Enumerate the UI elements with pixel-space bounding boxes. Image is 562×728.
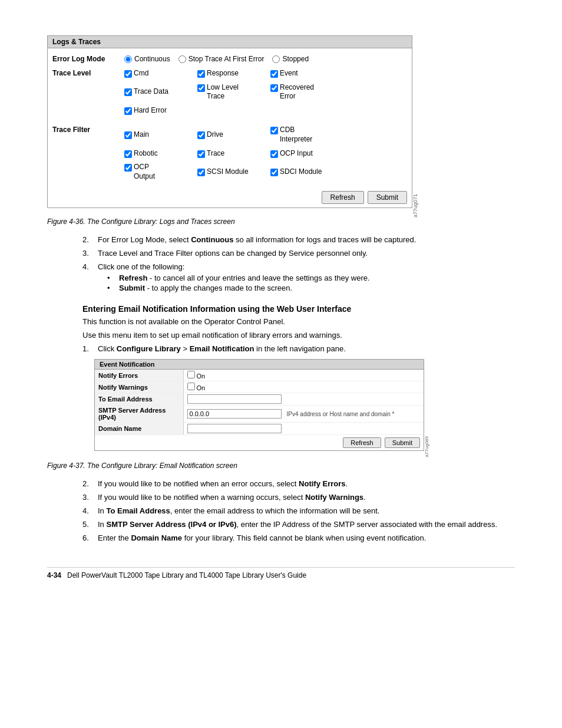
check-event-input[interactable] bbox=[270, 70, 278, 78]
check-trace-data[interactable]: Trace Data bbox=[124, 87, 189, 97]
notify-errors-on: On bbox=[197, 373, 206, 380]
step2-para3: If you would like to be notified when a … bbox=[98, 493, 503, 502]
notify-errors-checkbox[interactable] bbox=[187, 371, 195, 378]
domain-name-input[interactable] bbox=[187, 424, 282, 433]
notify-warnings-checkbox[interactable] bbox=[187, 383, 195, 390]
check-recovered-error-input[interactable] bbox=[270, 84, 278, 92]
trace-filter-label: Trace Filter bbox=[48, 124, 124, 134]
trace-level-row: Trace Level Cmd Response bbox=[48, 66, 412, 118]
panel-body: Error Log Mode Continuous Stop Trace At … bbox=[48, 48, 412, 187]
check-ocp-output-input[interactable] bbox=[124, 164, 132, 172]
check-drive-label: Drive bbox=[207, 130, 223, 140]
step1-num2: 2. bbox=[82, 235, 98, 245]
email-section: Entering Email Notification Information … bbox=[82, 304, 503, 354]
smtp-label: SMTP Server Address (IPv4) bbox=[95, 406, 183, 423]
check-scsi-module[interactable]: SCSI Module bbox=[197, 167, 262, 177]
email-section-heading: Entering Email Notification Information … bbox=[82, 304, 503, 314]
step2-content5: In SMTP Server Address (IPv4 or IPv6), e… bbox=[98, 520, 503, 530]
check-trace-input[interactable] bbox=[197, 150, 205, 158]
logs-traces-header: Logs & Traces bbox=[48, 36, 412, 48]
step2-item3: 3. If you would like to be notified when… bbox=[82, 493, 503, 503]
check-hard-error-input[interactable] bbox=[124, 107, 132, 115]
to-email-cell bbox=[183, 393, 424, 406]
bullet2: • bbox=[107, 284, 115, 292]
check-cdb-interpreter-label: CDBInterpreter bbox=[280, 126, 312, 144]
step2-content3: If you would like to be notified when a … bbox=[98, 493, 503, 503]
radio-stop-trace[interactable]: Stop Trace At First Error bbox=[178, 55, 265, 63]
check-ocp-output-label: OCPOutput bbox=[134, 163, 155, 181]
step1-item4: 4. Click one of the following: • Refresh… bbox=[82, 262, 503, 294]
check-trace-data-input[interactable] bbox=[124, 88, 132, 96]
step-email-para1: Click Configure Library > Email Notifica… bbox=[98, 344, 503, 353]
check-ocp-input[interactable]: OCP Input bbox=[270, 149, 335, 159]
check-robotic-input[interactable] bbox=[124, 150, 132, 158]
check-hard-error-label: Hard Error bbox=[134, 106, 167, 116]
check-cdb-interpreter-input[interactable] bbox=[270, 127, 278, 134]
check-sdci-module-input[interactable] bbox=[270, 169, 278, 176]
step1-item3: 3. Trace Level and Trace Filter options … bbox=[82, 249, 503, 259]
check-trace[interactable]: Trace bbox=[197, 149, 262, 159]
step2-content2: If you would like to be notified when an… bbox=[98, 479, 503, 489]
panel2-side-label: a77ug085 bbox=[424, 434, 429, 457]
sub-item-submit: • Submit - to apply the changes made to … bbox=[107, 284, 503, 292]
check-response-label: Response bbox=[207, 69, 239, 78]
panel2-submit-button[interactable]: Submit bbox=[385, 437, 420, 448]
check-ocp-output[interactable]: OCPOutput bbox=[124, 163, 189, 181]
check-low-level-trace[interactable]: Low LevelTrace bbox=[197, 83, 262, 101]
check-drive[interactable]: Drive bbox=[197, 130, 262, 140]
check-cmd[interactable]: Cmd bbox=[124, 69, 189, 78]
notify-errors-label: Notify Errors bbox=[95, 370, 183, 381]
check-main-input[interactable] bbox=[124, 131, 132, 139]
check-main[interactable]: Main bbox=[124, 130, 189, 140]
footer-text: Dell PowerVault TL2000 Tape Library and … bbox=[67, 571, 306, 579]
step2-item4: 4. In To Email Address, enter the email … bbox=[82, 506, 503, 516]
check-robotic-label: Robotic bbox=[134, 149, 158, 159]
check-sdci-module[interactable]: SDCI Module bbox=[270, 167, 335, 177]
trace-level-row1: Cmd Response Event bbox=[124, 68, 412, 80]
radio-continuous-label: Continuous bbox=[134, 55, 170, 63]
step2-item2: 2. If you would like to be notified when… bbox=[82, 479, 503, 489]
check-response-input[interactable] bbox=[197, 70, 205, 78]
check-trace-label: Trace bbox=[207, 149, 224, 159]
steps2-section: 2. If you would like to be notified when… bbox=[82, 479, 503, 543]
check-main-label: Main bbox=[134, 130, 149, 140]
step2-num3: 3. bbox=[82, 493, 98, 503]
check-robotic[interactable]: Robotic bbox=[124, 149, 189, 159]
trace-level-label: Trace Level bbox=[48, 68, 124, 77]
check-low-level-trace-input[interactable] bbox=[197, 84, 205, 92]
radio-stopped-input[interactable] bbox=[272, 55, 280, 63]
notify-warnings-on: On bbox=[197, 384, 206, 391]
panel1-submit-button[interactable]: Submit bbox=[368, 191, 407, 204]
check-cmd-label: Cmd bbox=[134, 69, 148, 78]
check-response[interactable]: Response bbox=[197, 69, 262, 78]
smtp-input[interactable] bbox=[187, 409, 282, 419]
radio-stopped-label: Stopped bbox=[282, 55, 309, 63]
to-email-input[interactable] bbox=[187, 394, 282, 404]
check-cdb-interpreter[interactable]: CDBInterpreter bbox=[270, 126, 335, 144]
radio-continuous-input[interactable] bbox=[124, 55, 132, 63]
check-recovered-error[interactable]: RecoveredError bbox=[270, 83, 335, 101]
radio-continuous[interactable]: Continuous bbox=[124, 55, 170, 63]
step1-content3: Trace Level and Trace Filter options can… bbox=[98, 249, 503, 259]
step2-para5: In SMTP Server Address (IPv4 or IPv6), e… bbox=[98, 520, 503, 529]
notify-errors-row: Notify Errors On bbox=[95, 370, 424, 381]
check-hard-error[interactable]: Hard Error bbox=[124, 106, 189, 116]
check-ocp-input-cb[interactable] bbox=[270, 150, 278, 158]
panel2-refresh-button[interactable]: Refresh bbox=[343, 437, 381, 448]
check-drive-input[interactable] bbox=[197, 131, 205, 139]
ip-hint: IPv4 address or Host name and domain * bbox=[287, 411, 395, 417]
check-event[interactable]: Event bbox=[270, 69, 335, 78]
step1-para2: For Error Log Mode, select Continuous so… bbox=[98, 235, 503, 244]
notify-warnings-label: Notify Warnings bbox=[95, 381, 183, 393]
error-log-radio-row: Continuous Stop Trace At First Error Sto… bbox=[124, 54, 412, 64]
step1-sublist: • Refresh - to cancel all of your entrie… bbox=[107, 274, 503, 292]
check-event-label: Event bbox=[280, 69, 298, 78]
page-footer: 4-34 Dell PowerVault TL2000 Tape Library… bbox=[47, 567, 515, 579]
check-scsi-module-input[interactable] bbox=[197, 169, 205, 176]
radio-stop-trace-input[interactable] bbox=[178, 55, 186, 63]
step2-item6: 6. Enter the Domain Name for your librar… bbox=[82, 533, 503, 543]
radio-stopped[interactable]: Stopped bbox=[272, 55, 309, 63]
panel1-refresh-button[interactable]: Refresh bbox=[322, 191, 364, 204]
email-notification-panel: Event Notification Notify Errors On Noti… bbox=[94, 359, 424, 451]
check-cmd-input[interactable] bbox=[124, 70, 132, 78]
